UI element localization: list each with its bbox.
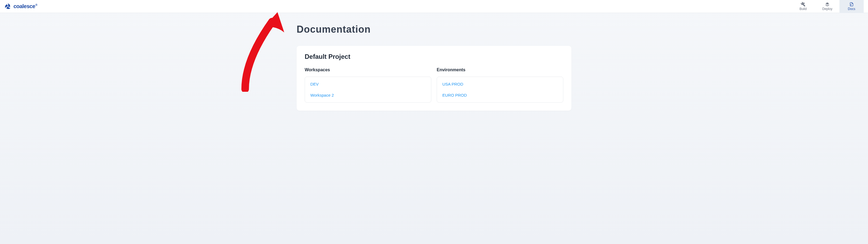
page-title: Documentation (297, 24, 571, 35)
workspaces-list: DEV Workspace 2 (305, 77, 431, 103)
project-title: Default Project (305, 53, 563, 60)
workspace-item[interactable]: DEV (305, 79, 431, 90)
tab-deploy-label: Deploy (822, 7, 832, 11)
svg-point-0 (7, 5, 9, 7)
environments-list: USA PROD EURO PROD (437, 77, 563, 103)
wrench-icon (800, 2, 806, 6)
svg-point-1 (851, 4, 851, 5)
topbar: coalesce® Build Deploy (0, 0, 868, 13)
tab-deploy[interactable]: Deploy (815, 0, 839, 13)
environments-header: Environments (437, 67, 563, 72)
logo-text: coalesce® (13, 3, 37, 9)
project-columns: Workspaces DEV Workspace 2 Environments … (305, 67, 563, 103)
workspace-item[interactable]: Workspace 2 (305, 90, 431, 101)
tab-docs-label: Docs (848, 7, 855, 11)
docs-icon (849, 2, 854, 6)
logo-icon (4, 3, 11, 10)
environments-column: Environments USA PROD EURO PROD (437, 67, 563, 103)
project-card: Default Project Workspaces DEV Workspace… (297, 46, 571, 111)
environment-item[interactable]: EURO PROD (437, 90, 563, 101)
tab-build[interactable]: Build (791, 0, 815, 13)
nav-tabs: Build Deploy Docs (791, 0, 864, 13)
deploy-icon (825, 2, 830, 6)
environment-item[interactable]: USA PROD (437, 79, 563, 90)
annotation-arrow-icon (237, 11, 291, 92)
svg-point-2 (851, 5, 851, 5)
tab-docs[interactable]: Docs (839, 0, 864, 13)
logo[interactable]: coalesce® (4, 3, 37, 10)
workspaces-column: Workspaces DEV Workspace 2 (305, 67, 431, 103)
page-content: Documentation Default Project Workspaces… (291, 13, 577, 121)
workspaces-header: Workspaces (305, 67, 431, 72)
tab-build-label: Build (800, 7, 807, 11)
